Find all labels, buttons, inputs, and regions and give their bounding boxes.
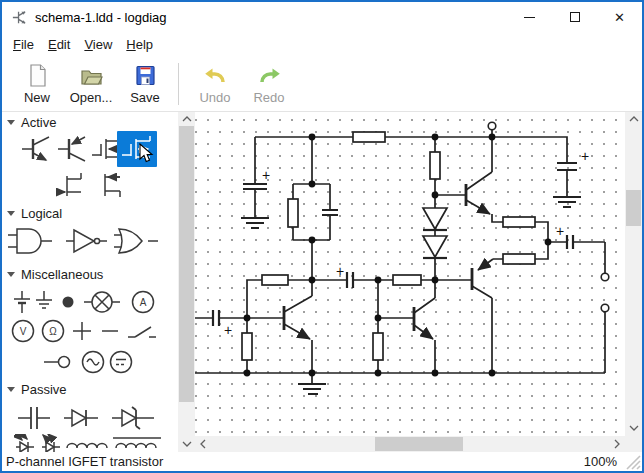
p-channel-jfet-icon [90, 170, 124, 200]
palette-item-n-channel-jfet[interactable] [54, 170, 88, 200]
symbol-palette: Active [2, 112, 178, 452]
scroll-left-icon[interactable] [196, 436, 210, 452]
schematic-canvas[interactable]: + + + + + [195, 112, 625, 436]
save-button[interactable]: Save [118, 63, 172, 105]
polarity-marks: + + + + + [224, 148, 589, 338]
palette-item-cell[interactable] [12, 289, 32, 315]
ground-icon [34, 289, 54, 315]
palette-item-pnp-transistor[interactable] [56, 134, 90, 164]
ohmmeter-icon: Ω [40, 318, 66, 344]
palette-item-lamp[interactable] [82, 289, 122, 315]
palette-item-voltmeter[interactable]: V [10, 318, 36, 344]
svg-text:V: V [20, 326, 27, 337]
led-icon [40, 434, 62, 452]
or-gate-icon [112, 226, 160, 256]
palette-item-wire[interactable] [100, 318, 120, 344]
palette-item-dc-source[interactable] [108, 349, 134, 375]
palette-item-or-gate[interactable] [112, 226, 160, 256]
transistors [284, 172, 493, 339]
window-title: schema-1.ldd - logdiag [35, 10, 167, 25]
section-header-miscellaneous[interactable]: Miscellaneous [7, 267, 103, 282]
npn-transistor-icon [20, 134, 54, 164]
lamp-icon [82, 289, 122, 315]
menu-view[interactable]: View [77, 34, 119, 55]
vertical-scrollbar-thumb[interactable] [626, 190, 641, 226]
redo-button[interactable]: Redo [242, 63, 296, 105]
palette-item-junction[interactable] [60, 289, 76, 315]
section-header-passive[interactable]: Passive [7, 382, 67, 397]
junction-dot-icon [60, 289, 76, 315]
redo-icon [257, 63, 282, 88]
undo-button[interactable]: Undo [188, 63, 242, 105]
palette-item-inductor-with-core[interactable] [112, 434, 162, 452]
new-document-icon [25, 63, 50, 88]
svg-text:+: + [581, 148, 589, 164]
palette-item-wire-cross[interactable] [72, 318, 92, 344]
palette-item-terminal[interactable] [42, 349, 72, 375]
main-area: Active [2, 112, 642, 452]
new-button[interactable]: New [10, 63, 64, 105]
collapse-triangle-icon [7, 272, 15, 277]
inductor-with-core-icon [112, 434, 162, 452]
menu-edit[interactable]: Edit [41, 34, 77, 55]
inductor-icon [66, 434, 110, 452]
palette-item-and-gate[interactable] [6, 226, 54, 256]
scroll-down-icon[interactable] [625, 421, 642, 435]
ammeter-icon: A [130, 289, 156, 315]
save-floppy-icon [133, 63, 158, 88]
palette-item-switch[interactable] [126, 318, 158, 344]
wires [195, 130, 605, 384]
scroll-down-icon[interactable] [178, 437, 195, 451]
maximize-button[interactable] [552, 2, 597, 32]
palette-item-p-channel-jfet[interactable] [90, 170, 124, 200]
svg-text:A: A [140, 297, 147, 308]
canvas-vertical-scrollbar[interactable] [625, 112, 642, 436]
menu-file[interactable]: File [6, 34, 41, 55]
switch-icon [126, 318, 158, 344]
photodiode-icon [14, 434, 36, 452]
palette-item-p-channel-igfet[interactable] [117, 131, 157, 167]
diode-icon [62, 403, 100, 433]
menu-help[interactable]: Help [119, 34, 160, 55]
status-message: P-channel IGFET transistor [6, 454, 163, 469]
palette-item-npn-transistor[interactable] [20, 134, 54, 164]
circuit-schematic: + + + + + [195, 112, 625, 436]
palette-item-not-gate[interactable] [64, 226, 108, 256]
collapse-triangle-icon [7, 387, 15, 392]
palette-item-photodiode[interactable] [14, 434, 36, 452]
and-gate-icon [6, 226, 54, 256]
maximize-icon [570, 12, 580, 22]
palette-item-ammeter[interactable]: A [130, 289, 156, 315]
section-header-logical[interactable]: Logical [7, 206, 62, 221]
scroll-up-icon[interactable] [625, 112, 642, 126]
palette-item-inductor[interactable] [66, 434, 110, 452]
resize-grip-icon[interactable] [623, 454, 641, 470]
open-button[interactable]: Open... [64, 63, 118, 105]
titlebar[interactable]: schema-1.ldd - logdiag ✕ [2, 2, 642, 32]
scroll-up-icon[interactable] [178, 112, 195, 126]
section-header-active[interactable]: Active [7, 115, 56, 130]
svg-text:Ω: Ω [49, 326, 57, 337]
svg-text:+: + [262, 167, 270, 183]
palette-item-zener-diode[interactable] [110, 403, 156, 433]
palette-item-diode[interactable] [62, 403, 100, 433]
svg-text:+: + [336, 263, 344, 279]
palette-scrollbar-thumb[interactable] [179, 126, 194, 402]
scroll-right-icon[interactable] [610, 436, 624, 452]
palette-item-ground[interactable] [34, 289, 54, 315]
statusbar: P-channel IGFET transistor 100% [2, 452, 642, 471]
minimize-icon [524, 17, 535, 18]
zoom-level: 100% [584, 454, 617, 469]
app-window: schema-1.ldd - logdiag ✕ File Edit View … [0, 0, 644, 473]
minimize-button[interactable] [507, 2, 552, 32]
horizontal-scrollbar-thumb[interactable] [375, 437, 463, 451]
close-button[interactable]: ✕ [597, 2, 642, 32]
palette-item-ac-source[interactable] [80, 349, 106, 375]
canvas-horizontal-scrollbar[interactable] [195, 436, 625, 452]
collapse-triangle-icon [7, 211, 15, 216]
palette-item-ohmmeter[interactable]: Ω [40, 318, 66, 344]
palette-item-capacitor[interactable] [16, 403, 52, 433]
app-icon [11, 9, 28, 26]
palette-item-led[interactable] [40, 434, 62, 452]
palette-scrollbar[interactable] [178, 112, 195, 452]
